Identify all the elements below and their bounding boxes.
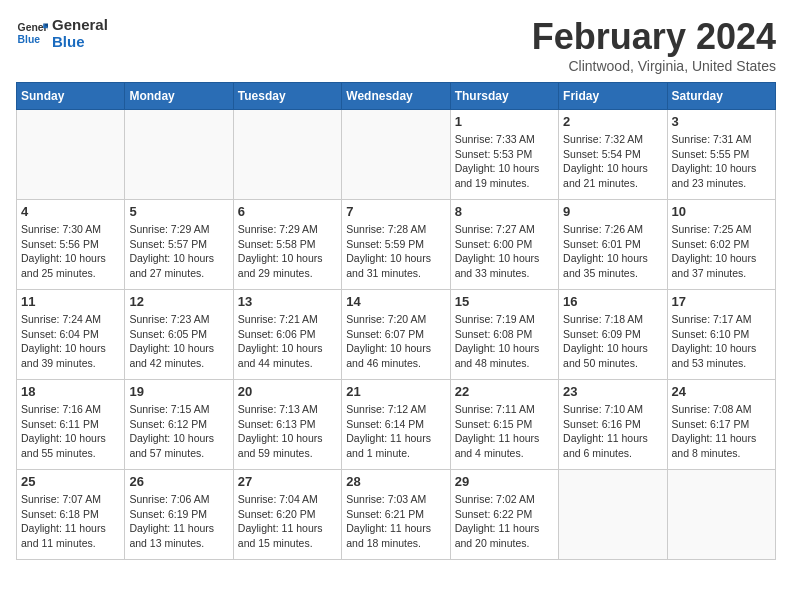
day-info: Sunrise: 7:04 AM Sunset: 6:20 PM Dayligh… (238, 492, 337, 551)
day-number: 23 (563, 384, 662, 399)
day-info: Sunrise: 7:33 AM Sunset: 5:53 PM Dayligh… (455, 132, 554, 191)
logo: General Blue General Blue (16, 16, 108, 50)
calendar-cell: 26Sunrise: 7:06 AM Sunset: 6:19 PM Dayli… (125, 470, 233, 560)
calendar-cell: 28Sunrise: 7:03 AM Sunset: 6:21 PM Dayli… (342, 470, 450, 560)
calendar-cell: 21Sunrise: 7:12 AM Sunset: 6:14 PM Dayli… (342, 380, 450, 470)
week-row-1: 4Sunrise: 7:30 AM Sunset: 5:56 PM Daylig… (17, 200, 776, 290)
day-number: 4 (21, 204, 120, 219)
day-number: 12 (129, 294, 228, 309)
day-number: 29 (455, 474, 554, 489)
calendar-cell (559, 470, 667, 560)
day-info: Sunrise: 7:28 AM Sunset: 5:59 PM Dayligh… (346, 222, 445, 281)
day-number: 18 (21, 384, 120, 399)
calendar-cell: 15Sunrise: 7:19 AM Sunset: 6:08 PM Dayli… (450, 290, 558, 380)
month-year: February 2024 (532, 16, 776, 58)
day-number: 22 (455, 384, 554, 399)
calendar-cell: 14Sunrise: 7:20 AM Sunset: 6:07 PM Dayli… (342, 290, 450, 380)
day-info: Sunrise: 7:11 AM Sunset: 6:15 PM Dayligh… (455, 402, 554, 461)
day-number: 8 (455, 204, 554, 219)
day-info: Sunrise: 7:13 AM Sunset: 6:13 PM Dayligh… (238, 402, 337, 461)
weekday-header-sunday: Sunday (17, 83, 125, 110)
header: General Blue General Blue February 2024 … (16, 16, 776, 74)
calendar-cell: 2Sunrise: 7:32 AM Sunset: 5:54 PM Daylig… (559, 110, 667, 200)
location: Clintwood, Virginia, United States (532, 58, 776, 74)
day-number: 27 (238, 474, 337, 489)
calendar-cell: 25Sunrise: 7:07 AM Sunset: 6:18 PM Dayli… (17, 470, 125, 560)
day-number: 1 (455, 114, 554, 129)
calendar-cell: 6Sunrise: 7:29 AM Sunset: 5:58 PM Daylig… (233, 200, 341, 290)
calendar-cell: 22Sunrise: 7:11 AM Sunset: 6:15 PM Dayli… (450, 380, 558, 470)
day-info: Sunrise: 7:19 AM Sunset: 6:08 PM Dayligh… (455, 312, 554, 371)
day-info: Sunrise: 7:08 AM Sunset: 6:17 PM Dayligh… (672, 402, 771, 461)
logo-icon: General Blue (16, 17, 48, 49)
weekday-header-friday: Friday (559, 83, 667, 110)
day-info: Sunrise: 7:29 AM Sunset: 5:58 PM Dayligh… (238, 222, 337, 281)
day-number: 15 (455, 294, 554, 309)
day-info: Sunrise: 7:23 AM Sunset: 6:05 PM Dayligh… (129, 312, 228, 371)
calendar-cell: 5Sunrise: 7:29 AM Sunset: 5:57 PM Daylig… (125, 200, 233, 290)
calendar-cell: 9Sunrise: 7:26 AM Sunset: 6:01 PM Daylig… (559, 200, 667, 290)
day-info: Sunrise: 7:15 AM Sunset: 6:12 PM Dayligh… (129, 402, 228, 461)
day-info: Sunrise: 7:03 AM Sunset: 6:21 PM Dayligh… (346, 492, 445, 551)
calendar-cell: 3Sunrise: 7:31 AM Sunset: 5:55 PM Daylig… (667, 110, 775, 200)
day-number: 19 (129, 384, 228, 399)
day-info: Sunrise: 7:25 AM Sunset: 6:02 PM Dayligh… (672, 222, 771, 281)
day-info: Sunrise: 7:24 AM Sunset: 6:04 PM Dayligh… (21, 312, 120, 371)
day-number: 28 (346, 474, 445, 489)
calendar-cell: 4Sunrise: 7:30 AM Sunset: 5:56 PM Daylig… (17, 200, 125, 290)
day-number: 11 (21, 294, 120, 309)
day-info: Sunrise: 7:21 AM Sunset: 6:06 PM Dayligh… (238, 312, 337, 371)
logo-general: General (52, 16, 108, 33)
weekday-header-tuesday: Tuesday (233, 83, 341, 110)
title-area: February 2024 Clintwood, Virginia, Unite… (532, 16, 776, 74)
day-number: 16 (563, 294, 662, 309)
day-number: 25 (21, 474, 120, 489)
weekday-header-monday: Monday (125, 83, 233, 110)
logo-blue: Blue (52, 33, 108, 50)
day-number: 3 (672, 114, 771, 129)
calendar-cell: 20Sunrise: 7:13 AM Sunset: 6:13 PM Dayli… (233, 380, 341, 470)
day-info: Sunrise: 7:20 AM Sunset: 6:07 PM Dayligh… (346, 312, 445, 371)
day-number: 10 (672, 204, 771, 219)
day-info: Sunrise: 7:18 AM Sunset: 6:09 PM Dayligh… (563, 312, 662, 371)
calendar-cell: 13Sunrise: 7:21 AM Sunset: 6:06 PM Dayli… (233, 290, 341, 380)
day-info: Sunrise: 7:02 AM Sunset: 6:22 PM Dayligh… (455, 492, 554, 551)
day-info: Sunrise: 7:29 AM Sunset: 5:57 PM Dayligh… (129, 222, 228, 281)
calendar-cell: 16Sunrise: 7:18 AM Sunset: 6:09 PM Dayli… (559, 290, 667, 380)
day-info: Sunrise: 7:27 AM Sunset: 6:00 PM Dayligh… (455, 222, 554, 281)
day-info: Sunrise: 7:30 AM Sunset: 5:56 PM Dayligh… (21, 222, 120, 281)
day-number: 5 (129, 204, 228, 219)
day-number: 20 (238, 384, 337, 399)
calendar-cell (125, 110, 233, 200)
week-row-2: 11Sunrise: 7:24 AM Sunset: 6:04 PM Dayli… (17, 290, 776, 380)
weekday-header-saturday: Saturday (667, 83, 775, 110)
day-number: 13 (238, 294, 337, 309)
day-number: 21 (346, 384, 445, 399)
calendar-cell: 7Sunrise: 7:28 AM Sunset: 5:59 PM Daylig… (342, 200, 450, 290)
calendar-cell: 27Sunrise: 7:04 AM Sunset: 6:20 PM Dayli… (233, 470, 341, 560)
week-row-3: 18Sunrise: 7:16 AM Sunset: 6:11 PM Dayli… (17, 380, 776, 470)
calendar-cell: 23Sunrise: 7:10 AM Sunset: 6:16 PM Dayli… (559, 380, 667, 470)
week-row-4: 25Sunrise: 7:07 AM Sunset: 6:18 PM Dayli… (17, 470, 776, 560)
weekday-header-wednesday: Wednesday (342, 83, 450, 110)
calendar-cell: 1Sunrise: 7:33 AM Sunset: 5:53 PM Daylig… (450, 110, 558, 200)
weekday-header-thursday: Thursday (450, 83, 558, 110)
day-info: Sunrise: 7:10 AM Sunset: 6:16 PM Dayligh… (563, 402, 662, 461)
calendar-cell: 17Sunrise: 7:17 AM Sunset: 6:10 PM Dayli… (667, 290, 775, 380)
calendar-cell: 11Sunrise: 7:24 AM Sunset: 6:04 PM Dayli… (17, 290, 125, 380)
day-number: 24 (672, 384, 771, 399)
day-info: Sunrise: 7:31 AM Sunset: 5:55 PM Dayligh… (672, 132, 771, 191)
calendar-cell (667, 470, 775, 560)
day-info: Sunrise: 7:07 AM Sunset: 6:18 PM Dayligh… (21, 492, 120, 551)
calendar-cell (342, 110, 450, 200)
day-number: 7 (346, 204, 445, 219)
day-number: 26 (129, 474, 228, 489)
calendar-cell (17, 110, 125, 200)
day-number: 14 (346, 294, 445, 309)
calendar-cell: 8Sunrise: 7:27 AM Sunset: 6:00 PM Daylig… (450, 200, 558, 290)
day-info: Sunrise: 7:06 AM Sunset: 6:19 PM Dayligh… (129, 492, 228, 551)
calendar-cell: 10Sunrise: 7:25 AM Sunset: 6:02 PM Dayli… (667, 200, 775, 290)
svg-text:Blue: Blue (18, 34, 41, 45)
calendar-cell: 29Sunrise: 7:02 AM Sunset: 6:22 PM Dayli… (450, 470, 558, 560)
day-info: Sunrise: 7:26 AM Sunset: 6:01 PM Dayligh… (563, 222, 662, 281)
